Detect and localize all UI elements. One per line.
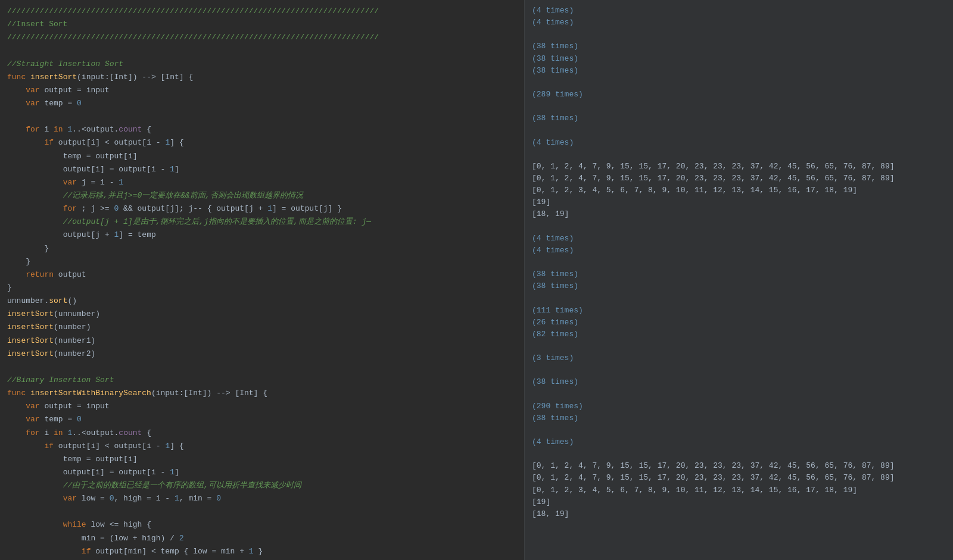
blank-2	[0, 110, 524, 123]
out-111times: (111 times)	[532, 305, 946, 317]
unnumber-sort: unnumber.sort()	[0, 295, 524, 308]
close-if: }	[0, 242, 524, 255]
if-min-lt-temp: if output[min] < temp { low = min + 1 }	[0, 545, 524, 558]
out-38times-5: (38 times)	[532, 268, 946, 280]
out-array-1: [0, 1, 2, 4, 7, 9, 15, 15, 17, 20, 23, 2…	[532, 161, 946, 173]
out-array-6: [0, 1, 2, 4, 7, 9, 15, 15, 17, 20, 23, 2…	[532, 460, 946, 472]
out-array-10: [18, 19]	[532, 508, 946, 520]
out-blank-8	[532, 292, 946, 304]
out-38times-1: (38 times)	[532, 40, 946, 52]
out-38times-4: (38 times)	[532, 112, 946, 124]
var-j: var j = i - 1	[0, 176, 524, 189]
output-i-b: output[i] = output[i - 1]	[0, 466, 524, 479]
close-func: }	[0, 281, 524, 295]
var-output: var output = input	[0, 84, 524, 97]
output-i-assign: output[i] = output[i - 1]	[0, 163, 524, 176]
func-insertSortBinary: func insertSortWithBinarySearch(input:[I…	[0, 387, 524, 400]
out-blank-12	[532, 424, 946, 436]
out-array-2: [0, 1, 2, 4, 7, 9, 15, 15, 17, 20, 23, 2…	[532, 173, 946, 184]
var-low-high: var low = 0, high = i - 1, min = 0	[0, 492, 524, 505]
out-38times-6: (38 times)	[532, 280, 946, 292]
out-array-5: [18, 19]	[532, 208, 946, 220]
out-26times: (26 times)	[532, 317, 946, 329]
blank-4	[0, 505, 524, 518]
out-38times-7: (38 times)	[532, 376, 946, 388]
out-blank-1	[532, 29, 946, 40]
out-4times-5: (4 times)	[532, 245, 946, 256]
blank-3	[0, 361, 524, 374]
out-3times: (3 times)	[532, 352, 946, 364]
out-blank-6	[532, 221, 946, 233]
var-output-b: var output = input	[0, 400, 524, 413]
out-289times: (289 times)	[532, 89, 946, 101]
out-array-7: [0, 1, 2, 4, 7, 9, 15, 15, 17, 20, 23, 2…	[532, 472, 946, 484]
comment-binary2: //由于之前的数组已经是一个有序的数组,可以用折半查找来减少时间	[0, 479, 524, 492]
var-temp: var temp = 0	[0, 97, 524, 110]
comment-j2: //output[j + 1]是由于,循环完之后,j指向的不是要插入的位置,而是…	[0, 215, 524, 229]
separator-line-2: ////////////////////////////////////////…	[0, 31, 524, 44]
call-insertSort-number2: insertSort(number2)	[0, 348, 524, 361]
out-4times-3: (4 times)	[532, 137, 946, 149]
out-blank-3	[532, 101, 946, 112]
out-82times: (82 times)	[532, 329, 946, 340]
out-array-4: [19]	[532, 196, 946, 208]
comment-j: //记录后移,并且j>=0一定要放在&&前面,否则会出现数组越界的情况	[0, 189, 524, 202]
out-blank-10	[532, 364, 946, 376]
out-290times: (290 times)	[532, 401, 946, 412]
out-4times-4: (4 times)	[532, 233, 946, 245]
out-38times-8: (38 times)	[532, 412, 946, 424]
out-4times-2: (4 times)	[532, 17, 946, 29]
code-panel: ////////////////////////////////////////…	[0, 0, 524, 560]
for-i: for i in 1..<output.count {	[0, 123, 524, 136]
out-blank-2	[532, 77, 946, 89]
out-blank-11	[532, 389, 946, 401]
comment-binary: //Binary Insertion Sort	[0, 374, 524, 387]
out-blank-9	[532, 340, 946, 352]
while-low: while low <= high {	[0, 518, 524, 531]
close-for: }	[0, 255, 524, 268]
out-blank-4	[532, 124, 946, 136]
out-array-3: [0, 1, 2, 3, 4, 5, 6, 7, 8, 9, 10, 11, 1…	[532, 184, 946, 196]
return-output: return output	[0, 268, 524, 281]
for-j: for ; j >= 0 && output[j]; j-- { output[…	[0, 202, 524, 215]
call-insertSort-unnumber: insertSort(unnumber)	[0, 308, 524, 321]
separator-line-1: ////////////////////////////////////////…	[0, 5, 524, 18]
if-output: if output[i] < output[i - 1] {	[0, 136, 524, 149]
out-array-9: [19]	[532, 496, 946, 508]
call-insertSort-number1: insertSort(number1)	[0, 334, 524, 348]
for-i-b: for i in 1..<output.count {	[0, 427, 524, 440]
temp-assign-b: temp = output[i]	[0, 453, 524, 466]
section-title-insert: //Insert Sort	[0, 18, 524, 31]
call-insertSort-number: insertSort(number)	[0, 321, 524, 334]
func-insertSort: func insertSort(input:[Int]) --> [Int] {	[0, 71, 524, 84]
out-blank-13	[532, 448, 946, 460]
out-4times-6: (4 times)	[532, 436, 946, 448]
comment-straight: //Straight Insertion Sort	[0, 58, 524, 71]
blank-1	[0, 44, 524, 57]
out-array-8: [0, 1, 2, 3, 4, 5, 6, 7, 8, 9, 10, 11, 1…	[532, 484, 946, 496]
temp-assign: temp = output[i]	[0, 150, 524, 163]
out-blank-7	[532, 256, 946, 268]
if-output-b: if output[i] < output[i - 1] {	[0, 440, 524, 453]
var-temp-b: var temp = 0	[0, 413, 524, 426]
min-assign: min = (low + high) / 2	[0, 532, 524, 545]
output-panel: (4 times) (4 times) (38 times) (38 times…	[524, 0, 953, 560]
out-blank-5	[532, 149, 946, 161]
out-38times-2: (38 times)	[532, 53, 946, 65]
out-4times-1: (4 times)	[532, 5, 946, 17]
output-j1: output[j + 1] = temp	[0, 229, 524, 242]
out-38times-3: (38 times)	[532, 65, 946, 77]
